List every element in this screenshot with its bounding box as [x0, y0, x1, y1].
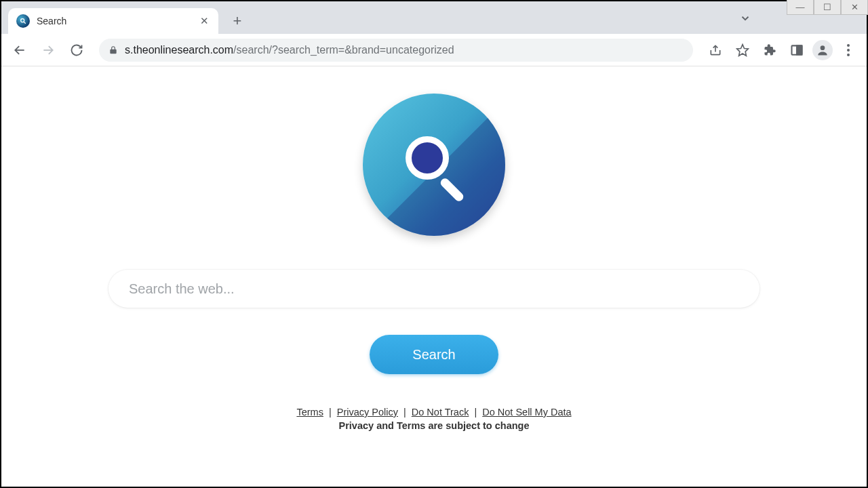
back-button[interactable]	[8, 39, 31, 62]
bookmark-button[interactable]	[731, 39, 754, 62]
footer-separator: |	[471, 407, 479, 418]
close-window-button[interactable]: ✕	[841, 0, 868, 15]
do-not-track-link[interactable]: Do Not Track	[412, 407, 469, 418]
do-not-sell-link[interactable]: Do Not Sell My Data	[482, 407, 571, 418]
maximize-button[interactable]: ☐	[814, 0, 841, 15]
privacy-link[interactable]: Privacy Policy	[337, 407, 398, 418]
profile-button[interactable]	[812, 40, 833, 60]
footer-links: Terms | Privacy Policy | Do Not Track | …	[296, 407, 571, 418]
toolbar-actions	[704, 39, 860, 62]
tab-strip: Search ✕ +	[1, 1, 867, 34]
svg-point-0	[21, 19, 24, 22]
svg-line-1	[24, 22, 26, 24]
terms-link[interactable]: Terms	[296, 407, 323, 418]
svg-rect-7	[797, 45, 802, 54]
url-domain: s.theonlinesearch.com	[125, 44, 233, 56]
share-button[interactable]	[704, 39, 727, 62]
tab-close-button[interactable]: ✕	[198, 15, 210, 27]
tabs-dropdown-button[interactable]	[739, 12, 751, 27]
extensions-button[interactable]	[758, 39, 781, 62]
kebab-icon	[847, 44, 850, 56]
forward-button[interactable]	[37, 39, 60, 62]
browser-toolbar: s.theonlinesearch.com/search/?search_ter…	[1, 34, 867, 66]
magnifier-icon	[412, 143, 456, 186]
lock-icon	[108, 45, 118, 55]
search-button[interactable]: Search	[370, 335, 498, 374]
tab-title: Search	[37, 16, 191, 26]
footer: Terms | Privacy Policy | Do Not Track | …	[296, 407, 571, 431]
sidepanel-button[interactable]	[785, 39, 808, 62]
reload-button[interactable]	[65, 39, 88, 62]
search-input[interactable]	[108, 270, 760, 308]
url-path: /search/?search_term=&brand=uncategorize…	[233, 44, 454, 56]
footer-separator: |	[401, 407, 409, 418]
page-content: Search Terms | Privacy Policy | Do Not T…	[1, 66, 867, 487]
favicon-icon	[16, 14, 30, 28]
footer-separator: |	[326, 407, 334, 418]
site-logo	[363, 94, 505, 236]
address-bar[interactable]: s.theonlinesearch.com/search/?search_ter…	[99, 39, 693, 62]
svg-marker-5	[737, 44, 749, 56]
footer-note: Privacy and Terms are subject to change	[296, 420, 571, 431]
window-controls: — ☐ ✕	[787, 0, 868, 15]
url-text: s.theonlinesearch.com/search/?search_ter…	[125, 44, 684, 56]
minimize-button[interactable]: —	[787, 0, 814, 15]
svg-point-8	[821, 45, 825, 50]
browser-tab[interactable]: Search ✕	[8, 8, 218, 34]
logo-circle-icon	[363, 94, 505, 236]
new-tab-button[interactable]: +	[226, 10, 248, 32]
menu-button[interactable]	[837, 39, 860, 62]
